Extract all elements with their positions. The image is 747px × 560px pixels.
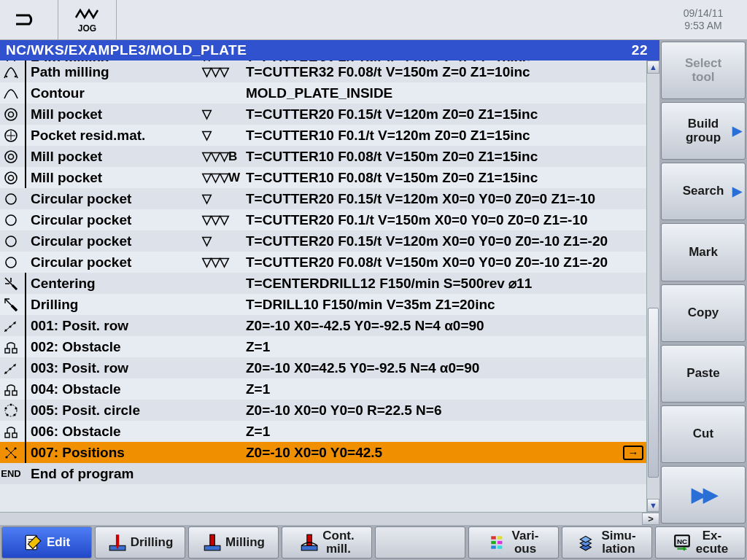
softkey-right-1[interactable]: Build group▶	[661, 102, 746, 160]
step-name: Mill pocket	[31, 149, 202, 165]
jog-mode-button[interactable]: JOG	[58, 0, 117, 39]
step-name: 002: Obstacle	[31, 339, 202, 355]
time-text: 9:53 AM	[684, 20, 721, 33]
horizontal-scrollbar[interactable]: >	[0, 512, 659, 525]
step-modifiers: ▽▽▽B	[202, 149, 246, 164]
program-editor: NC/WKS/EXAMPLE3/MOLD_PLATE 22 Path milli…	[0, 40, 659, 525]
step-params: T=CUTTER10 F0.08/t V=150m Z0=0 Z1=15inc	[246, 149, 643, 165]
machine-mode-button[interactable]	[0, 0, 58, 39]
program-row[interactable]: 004: ObstacleZ=1	[0, 378, 646, 400]
softkey-bottom-drilling[interactable]: Drilling	[95, 526, 185, 559]
step-modifiers: ▽▽▽	[202, 212, 246, 228]
end-marker: END	[0, 468, 22, 479]
program-row[interactable]: Path milling▽▽▽T=CUTTER32 F0.08/t V=150m…	[0, 61, 646, 82]
program-row[interactable]: Pocket resid.mat.▽T=CUTTER10 F0.1/t V=12…	[0, 125, 646, 146]
softkey-label: Select tool	[685, 57, 721, 84]
step-name: End of program	[31, 466, 202, 482]
step-modifiers: ▽	[202, 128, 246, 143]
program-row[interactable]: 002: ObstacleZ=1	[0, 336, 646, 357]
softkey-label: Simu- lation	[601, 529, 635, 556]
program-row[interactable]: Circular pocket▽▽▽T=CUTTER20 F0.08/t V=1…	[0, 252, 646, 273]
step-name: Contour	[31, 85, 202, 101]
pocket-icon	[0, 146, 22, 167]
program-row[interactable]: 001: Posit. rowZ0=-10 X0=-42.5 Y0=-92.5 …	[0, 315, 646, 336]
step-params: Z0=-10 X0=42.5 Y0=-92.5 N=4 α0=90	[246, 360, 643, 376]
circ-icon	[0, 209, 22, 230]
scroll-right-arrow[interactable]: >	[642, 513, 659, 525]
softkey-right-6[interactable]: Cut	[661, 405, 746, 463]
link-bracket	[22, 357, 31, 378]
contour-icon	[0, 82, 22, 104]
various-icon	[489, 533, 508, 552]
step-name: Mill pocket	[31, 170, 202, 186]
millbtn-icon	[202, 533, 221, 552]
program-counter: 22	[632, 42, 654, 58]
softkey-bottom-milling[interactable]: Milling	[188, 526, 279, 559]
vertical-scrollbar[interactable]: ▲ ▼	[646, 61, 659, 512]
continue-icon: ▶▶	[692, 484, 715, 505]
softkey-label: Copy	[688, 306, 719, 320]
step-name: 007: Positions	[31, 445, 202, 461]
program-row[interactable]: 007: PositionsZ0=-10 X0=0 Y0=42.5→	[0, 442, 646, 463]
program-row[interactable]: ContourMOLD_PLATE_INSIDE	[0, 82, 646, 104]
scroll-thumb[interactable]	[648, 308, 659, 478]
softkey-right-4[interactable]: Copy	[661, 284, 746, 342]
program-row[interactable]: 003: Posit. rowZ0=-10 X0=42.5 Y0=-92.5 N…	[0, 357, 646, 378]
program-list-wrap: Path milling▽T=CUTTER32 F0.15/t V=120m Z…	[0, 61, 659, 512]
link-bracket	[22, 294, 31, 315]
scroll-track[interactable]	[647, 74, 659, 499]
enter-arrow-icon[interactable]: →	[623, 446, 643, 460]
step-name: Centering	[31, 276, 202, 292]
step-params: Z0=-10 X0=0 Y0=0 R=22.5 N=6	[246, 402, 643, 419]
step-modifiers: ▽	[202, 191, 246, 206]
softkey-right-3[interactable]: Mark	[661, 223, 746, 281]
program-row[interactable]: Mill pocket▽▽▽BT=CUTTER10 F0.08/t V=150m…	[0, 146, 646, 167]
step-params: Z=1	[246, 424, 643, 440]
contbtn-icon	[299, 533, 318, 552]
program-row[interactable]: Circular pocket▽T=CUTTER20 F0.15/t V=120…	[0, 188, 646, 209]
softkey-right-7[interactable]: ▶▶	[661, 466, 746, 524]
program-row[interactable]: 006: ObstacleZ=1	[0, 421, 646, 442]
softkey-right-0: Select tool	[661, 42, 746, 99]
step-name: 006: Obstacle	[31, 424, 202, 440]
softkey-bottom-edit[interactable]: Edit	[1, 526, 92, 559]
resid-icon	[0, 125, 22, 146]
step-name: Mill pocket	[31, 106, 202, 122]
softkey-label: Cut	[693, 427, 713, 441]
program-step-list[interactable]: Path milling▽T=CUTTER32 F0.15/t V=120m Z…	[0, 61, 646, 512]
pocket-icon	[0, 167, 22, 188]
softkey-bottom-contmill[interactable]: Cont. mill.	[282, 526, 372, 559]
program-row[interactable]: Circular pocket▽▽▽T=CUTTER20 F0.1/t V=15…	[0, 209, 646, 230]
step-modifiers: ▽▽▽W	[202, 170, 246, 185]
bracket-none	[22, 463, 31, 484]
scroll-up-arrow[interactable]: ▲	[647, 61, 659, 74]
softkey-bottom-various[interactable]: Vari- ous	[468, 526, 559, 559]
header-spacer	[117, 0, 659, 39]
program-row[interactable]: CenteringT=CENTERDRILL12 F150/min S=500r…	[0, 273, 646, 294]
softkey-bottom-simulation[interactable]: Simu- lation	[562, 526, 652, 559]
jog-label: JOG	[78, 23, 96, 34]
softkey-label: Ex- ecute	[696, 529, 728, 556]
program-row[interactable]: ENDEnd of program	[0, 463, 646, 484]
circ-icon	[0, 230, 22, 252]
link-bracket	[22, 104, 31, 125]
program-row[interactable]: Mill pocket▽T=CUTTER20 F0.15/t V=120m Z0…	[0, 104, 646, 125]
edit-icon	[23, 533, 42, 552]
softkey-bottom-execute[interactable]: Ex- ecute	[655, 526, 746, 559]
link-bracket	[22, 61, 31, 82]
obst-icon	[0, 378, 22, 400]
program-row[interactable]: 005: Posit. circleZ0=-10 X0=0 Y0=0 R=22.…	[0, 400, 646, 421]
link-bracket	[22, 82, 31, 104]
softkey-label: Drilling	[131, 536, 174, 549]
program-row[interactable]: Mill pocket▽▽▽WT=CUTTER10 F0.08/t V=150m…	[0, 167, 646, 188]
circ-icon	[0, 188, 22, 209]
step-params: T=CUTTER10 F0.08/t V=150m Z0=0 Z1=15inc	[246, 170, 643, 186]
program-row[interactable]: DrillingT=DRILL10 F150/min V=35m Z1=20in…	[0, 294, 646, 315]
softkey-right-5[interactable]: Paste	[661, 345, 746, 402]
scroll-down-arrow[interactable]: ▼	[647, 499, 659, 512]
softkey-right-2[interactable]: Search▶	[661, 163, 746, 220]
link-bracket	[22, 378, 31, 400]
step-params: Z0=-10 X0=0 Y0=42.5	[246, 445, 620, 461]
softkey-label: Vari- ous	[512, 529, 539, 556]
program-row[interactable]: Circular pocket▽T=CUTTER20 F0.15/t V=120…	[0, 230, 646, 252]
